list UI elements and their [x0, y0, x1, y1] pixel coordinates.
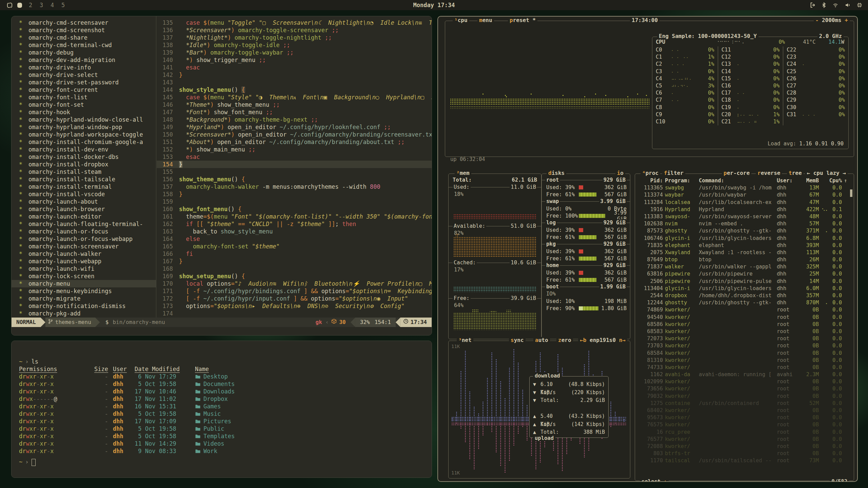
proc-row[interactable]: 113383swayosd-/usr/bin/swayosd-serverdhh…: [635, 213, 854, 220]
file-item[interactable]: *omarchy-font-list: [12, 94, 156, 101]
net-auto-button[interactable]: auto: [533, 337, 550, 343]
proc-select-button[interactable]: select ↓: [640, 479, 669, 482]
file-item[interactable]: *omarchy-launch-walker: [12, 250, 156, 258]
proc-row[interactable]: 87573ghostty/usr/bin/ghostty --gtk-dhh37…: [635, 227, 854, 235]
proc-row[interactable]: 113404glycin-i/usr/lib/glycin-loadersdhh…: [635, 285, 854, 292]
file-item[interactable]: *omarchy-lock-screen: [12, 272, 156, 280]
code-line[interactable]: 153 esac: [157, 153, 432, 161]
proc-row[interactable]: 68583kworker/root0B0.0: [635, 328, 854, 335]
chip-icon[interactable]: [856, 2, 863, 8]
code-line[interactable]: 146 *Theme*) show_theme_menu ;;: [157, 101, 432, 108]
volume-icon[interactable]: [845, 2, 851, 8]
proc-row[interactable]: 74869kworker/root0B0.0: [635, 306, 854, 313]
terminal-window[interactable]: ~›ls Permissions Size User Date Modified…: [11, 341, 432, 478]
file-item[interactable]: *omarchy-launch-editor: [12, 213, 156, 220]
proc-percore-button[interactable]: per-core: [722, 170, 751, 176]
code-line[interactable]: 140 *) show_trigger_menu ;;: [157, 56, 432, 64]
proc-row[interactable]: 113365swaybg/usr/bin/swaybg -i /homdhh13…: [635, 184, 854, 191]
net-interface[interactable]: ←b enp191s0 n→: [578, 337, 627, 343]
code-line[interactable]: 167}: [157, 258, 432, 265]
file-item[interactable]: *omarchy-dev-add-migration: [12, 56, 156, 64]
code-line[interactable]: 145 case $(menu "Style" "◑ Theme\nᴀ Font…: [157, 94, 432, 101]
file-item[interactable]: *omarchy-notification-dismiss: [12, 302, 156, 310]
net-zero-button[interactable]: zero: [556, 337, 573, 343]
code-line[interactable]: 169show_setup_menu() {: [157, 272, 432, 280]
proc-row[interactable]: 76575kworker/root0B0.0: [635, 421, 854, 428]
file-item[interactable]: *omarchy-hyprland-window-close-all: [12, 116, 156, 123]
file-item[interactable]: *omarchy-cmd-share: [12, 34, 156, 41]
proc-filter-button[interactable]: filter: [662, 170, 685, 176]
file-item[interactable]: *omarchy-menu-keybindings: [12, 287, 156, 295]
file-item[interactable]: *omarchy-menu: [12, 280, 156, 287]
proc-row[interactable]: 71835elephantelephantdhh393M0.0: [635, 242, 854, 249]
code-line[interactable]: 172 [ -f ~/.config/hypr/input.conf ] && …: [157, 295, 432, 302]
code-line[interactable]: 174: [157, 310, 432, 317]
file-item[interactable]: *omarchy-install-docker-dbs: [12, 153, 156, 161]
proc-row[interactable]: 68584kworker/root0B0.0: [635, 350, 854, 357]
workspace-5[interactable]: 5: [58, 2, 68, 8]
code-line[interactable]: 165 omarchy-font-set "$theme": [157, 243, 432, 250]
workspace-2[interactable]: 2: [25, 2, 36, 8]
file-item[interactable]: *omarchy-hyprland-workspace-toggle: [12, 131, 156, 138]
file-item[interactable]: *omarchy-cmd-screensaver: [12, 19, 156, 26]
code-line[interactable]: 155: [157, 168, 432, 176]
menu-button[interactable]: menu: [477, 17, 494, 23]
proc-tree-button[interactable]: tree: [787, 170, 804, 176]
file-item[interactable]: *omarchy-cmd-terminal-cwd: [12, 41, 156, 49]
proc-row[interactable]: 106746glycin-i/usr/lib/glycin-loadersdhh…: [635, 235, 854, 242]
proc-row[interactable]: 68586kworker/root0B0.0: [635, 321, 854, 328]
code-line[interactable]: 149 *Hyprland*) open_in_editor ~/.config…: [157, 123, 432, 131]
disks-title[interactable]: disks: [547, 170, 566, 176]
code-line[interactable]: 143: [157, 79, 432, 86]
code-line[interactable]: 135 case $(menu "Toggle" "▢ Screensaver\…: [157, 19, 432, 26]
prompt-line-2[interactable]: ~›: [19, 458, 432, 466]
workspace-1-active[interactable]: [17, 3, 22, 8]
file-item[interactable]: *omarchy-launch-browser: [12, 205, 156, 213]
file-item[interactable]: *omarchy-drive-info: [12, 64, 156, 71]
proc-row[interactable]: 113374waybar/usr/bin/waybardhh67M0.0: [635, 191, 854, 199]
code-line[interactable]: 163 back_to show_style_menu: [157, 228, 432, 235]
code-line[interactable]: 173 options="$options\n▸ Defaults\n⊕ DNS…: [157, 302, 432, 310]
proc-row[interactable]: 1162avahi-daavahi-daemon: running [avahi…: [635, 371, 854, 378]
file-item[interactable]: *omarchy-drive-set-password: [12, 79, 156, 86]
code-line[interactable]: 161 theme=$(menu "Font" "$(omarchy-font-…: [157, 213, 432, 220]
file-item[interactable]: *omarchy-launch-screensaver: [12, 243, 156, 250]
net-box-title[interactable]: ³net: [457, 337, 473, 343]
code-line[interactable]: 154}: [157, 161, 432, 168]
cpu-box-title[interactable]: ¹cpu: [453, 17, 469, 23]
proc-row[interactable]: 2544dropbox/home/dhh/.dropbox-distdhh357…: [635, 292, 854, 299]
proc-row[interactable]: 79032kworker/root0B0.0: [635, 393, 854, 400]
proc-reverse-button[interactable]: reverse: [756, 170, 782, 176]
file-item[interactable]: *omarchy-launch-or-focus-webapp: [12, 235, 156, 243]
proc-row[interactable]: 72073kworker/root0B0.0: [635, 335, 854, 342]
logout-icon[interactable]: [810, 2, 816, 8]
code-line[interactable]: 171 [ -f ~/.config/hypr/bindings.conf ] …: [157, 287, 432, 295]
code-line[interactable]: 164 else: [157, 235, 432, 243]
code-line[interactable]: 138 *Idle*) omarchy-toggle-idle ;;: [157, 41, 432, 49]
file-item[interactable]: *omarchy-launch-about: [12, 198, 156, 205]
code-line[interactable]: 147 *Font*) show_font_menu ;;: [157, 108, 432, 116]
proc-row[interactable]: 803btrfs-trroot0B0.0: [635, 450, 854, 457]
proc-row[interactable]: 16rcu_preeroot0B0.0: [635, 429, 854, 436]
proc-row[interactable]: 72088kworker/root0B0.0: [635, 443, 854, 450]
file-item[interactable]: *omarchy-pkg-add: [12, 310, 156, 317]
code-line[interactable]: 136 *Screensaver*) omarchy-toggle-screen…: [157, 26, 432, 34]
code-line[interactable]: 139 *Bar*) omarchy-toggle-waybar ;;: [157, 49, 432, 56]
code-line[interactable]: 141 esac: [157, 64, 432, 71]
file-item[interactable]: *omarchy-launch-webapp: [12, 258, 156, 265]
preset-button[interactable]: preset *: [508, 17, 537, 23]
proc-row[interactable]: 73703kworker/root0B0.0: [635, 342, 854, 349]
io-toggle[interactable]: io: [615, 170, 625, 176]
code-line[interactable]: 144show_style_menu() {: [157, 86, 432, 94]
code-line[interactable]: 150 *Screensaver*) open_in_editor ~/.con…: [157, 131, 432, 138]
proc-row[interactable]: 1916HyprlandHyprlanddhh422M⠢⠄ 0.1: [635, 206, 854, 213]
omarchy-logo-icon[interactable]: [7, 2, 13, 8]
proc-row[interactable]: 74733kworker/root0B0.0: [635, 364, 854, 371]
proc-sort-selector[interactable]: ← cpu lazy →: [805, 170, 848, 176]
code-line[interactable]: 170 local options="♪ Audio\n≋ Wifi\nᛒ Bl…: [157, 280, 432, 287]
proc-row[interactable]: 95673kworker/root0B0.0: [635, 414, 854, 421]
file-item[interactable]: *omarchy-font-current: [12, 86, 156, 94]
update-interval[interactable]: - 2000ms +: [814, 17, 850, 23]
code-line[interactable]: 157 omarchy-launch-walker -m menus:omarc…: [157, 183, 432, 190]
code-line[interactable]: 162 if [[ "$theme" == "CNCLD" || -z "$th…: [157, 220, 432, 228]
